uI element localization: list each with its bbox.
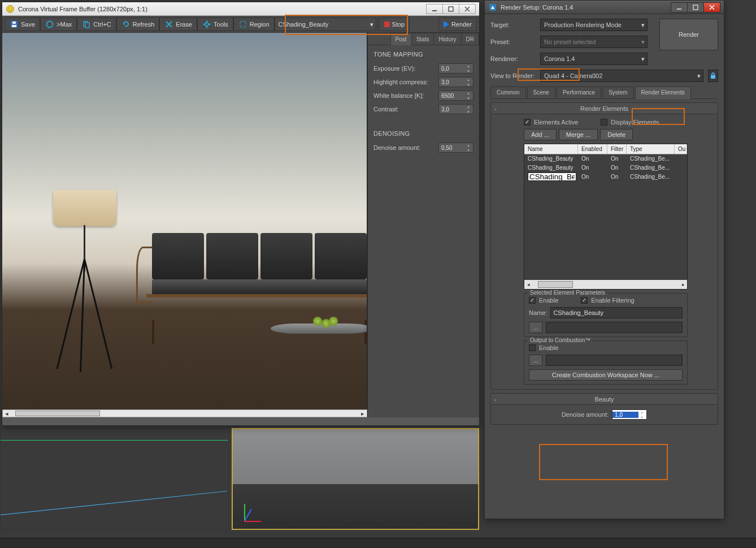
erase-button[interactable]: Erase: [159, 18, 197, 31]
table-hscroll[interactable]: ◂ ▸: [524, 280, 687, 289]
enable-filtering-checkbox[interactable]: Enable Filtering: [581, 297, 634, 304]
svg-point-11: [205, 23, 208, 26]
maximize-button[interactable]: [687, 2, 704, 12]
play-icon: [444, 21, 449, 28]
scroll-right-icon[interactable]: ▸: [679, 281, 687, 288]
render-viewport[interactable]: ◂ ▸: [2, 33, 367, 417]
contrast-input[interactable]: [439, 106, 465, 113]
chevron-down-icon: ▾: [641, 38, 645, 46]
tab-dr[interactable]: DR: [461, 33, 479, 45]
minimize-button[interactable]: [426, 4, 443, 14]
timeline[interactable]: [0, 538, 756, 548]
stop-button[interactable]: Stop: [379, 18, 410, 31]
tab-history[interactable]: History: [433, 33, 461, 45]
exposure-spinner[interactable]: ▲▼: [438, 63, 473, 74]
tab-scene[interactable]: Scene: [527, 87, 555, 99]
close-button[interactable]: [703, 2, 720, 12]
elem-name-input[interactable]: [550, 307, 683, 318]
rollout-beauty: -Beauty Denoise amount: ▲▼: [490, 393, 718, 425]
add-button[interactable]: Add ...: [524, 129, 557, 140]
scroll-left-icon[interactable]: ◂: [524, 281, 532, 288]
elements-active-checkbox[interactable]: Elements Active: [524, 119, 578, 126]
table-row[interactable]: CShading_BeautyOnOnCShading_Be...: [524, 163, 687, 172]
viewport-right-active[interactable]: [232, 428, 479, 530]
render-image: [2, 33, 367, 417]
channel-dropdown[interactable]: CShading_Beauty▾: [275, 18, 376, 31]
table-row[interactable]: CShading_BeautyOnOnCShading_Be...: [524, 154, 687, 163]
combustion-enable-checkbox[interactable]: Enable: [529, 344, 683, 351]
maximize-button[interactable]: [442, 4, 459, 14]
beauty-denoise-input[interactable]: [612, 412, 638, 418]
big-render-button[interactable]: Render: [659, 19, 718, 50]
create-combustion-button[interactable]: Create Combustion Workspace Now ...: [529, 369, 683, 381]
svg-rect-18: [677, 8, 681, 10]
target-select[interactable]: Production Rendering Mode▾: [540, 19, 648, 31]
th-enabled[interactable]: Enabled: [578, 144, 607, 154]
merge-button[interactable]: Merge ...: [559, 129, 598, 140]
refresh-button[interactable]: Refresh: [116, 18, 160, 31]
wb-input[interactable]: [439, 93, 465, 99]
rs-titlebar[interactable]: Render Setup: Corona 1.4: [485, 1, 724, 14]
enable-checkbox[interactable]: Enable: [529, 297, 558, 304]
elem-path-input[interactable]: [546, 322, 683, 333]
contrast-spinner[interactable]: ▲▼: [438, 104, 473, 114]
copy-button[interactable]: Ctrl+C: [77, 18, 116, 31]
tab-common[interactable]: Common: [490, 87, 526, 99]
exposure-input[interactable]: [439, 66, 465, 72]
tab-performance[interactable]: Performance: [557, 87, 601, 99]
tools-button[interactable]: Tools: [197, 18, 233, 31]
render-button[interactable]: Render: [438, 18, 477, 31]
row-name-edit[interactable]: [528, 172, 576, 181]
combustion-browse-button[interactable]: ...: [529, 355, 542, 366]
elements-table[interactable]: Name Enabled Filter Type Ou CShading_Bea…: [524, 144, 688, 290]
up-icon[interactable]: ▲: [465, 63, 472, 68]
scroll-thumb[interactable]: [538, 281, 573, 288]
vfb-title: Corona Virtual Frame Buffer (1280x720px,…: [18, 6, 147, 12]
combustion-path-input[interactable]: [546, 355, 683, 366]
scroll-thumb[interactable]: [15, 411, 100, 416]
save-button[interactable]: Save: [5, 18, 40, 31]
vfb-window: Corona Virtual Frame Buffer (1280x720px,…: [2, 2, 480, 426]
tomax-icon: [45, 20, 54, 29]
tomax-button[interactable]: >Max: [40, 18, 77, 31]
close-button[interactable]: [459, 4, 476, 14]
lock-button[interactable]: [708, 70, 718, 82]
highlight-spinner[interactable]: ▲▼: [438, 77, 473, 87]
delete-button[interactable]: Delete: [600, 129, 633, 140]
th-output[interactable]: Ou: [675, 144, 687, 154]
th-type[interactable]: Type: [627, 144, 675, 154]
minimize-button[interactable]: [671, 2, 688, 12]
scroll-left-icon[interactable]: ◂: [3, 410, 11, 417]
lock-icon: [710, 72, 716, 79]
scroll-right-icon[interactable]: ▸: [359, 410, 367, 417]
renderer-select[interactable]: Corona 1.4▾: [540, 53, 648, 65]
preset-select[interactable]: No preset selected▾: [540, 36, 648, 48]
down-icon[interactable]: ▼: [465, 68, 472, 74]
beauty-denoise-spinner[interactable]: ▲▼: [612, 409, 647, 420]
h-scrollbar[interactable]: ◂ ▸: [2, 409, 367, 417]
denoise-input[interactable]: [439, 145, 465, 151]
stop-label: Stop: [392, 21, 405, 28]
region-button[interactable]: Region: [233, 18, 275, 31]
th-filter[interactable]: Filter: [607, 144, 627, 154]
vfb-side-panel: Post Stats History DR TONE MAPPING Expos…: [367, 33, 479, 417]
tab-system[interactable]: System: [602, 87, 633, 99]
rollout-toggle[interactable]: -: [491, 396, 500, 403]
th-name[interactable]: Name: [524, 144, 578, 154]
table-row[interactable]: OnOnCShading_Be...: [524, 172, 687, 182]
browse-button[interactable]: ...: [529, 322, 542, 333]
renderer-value: Corona 1.4: [544, 55, 575, 62]
output-combustion: Output to Combustion™ Enable ... Create …: [524, 340, 688, 385]
view-select[interactable]: Quad 4 - Camera002▾: [540, 70, 703, 82]
enable-label: Enable: [539, 297, 558, 304]
rollout-toggle[interactable]: -: [491, 105, 500, 112]
svg-rect-16: [240, 21, 246, 27]
tab-post[interactable]: Post: [390, 33, 412, 45]
highlight-input[interactable]: [439, 79, 465, 85]
denoise-spinner[interactable]: ▲▼: [438, 143, 473, 153]
display-elements-checkbox[interactable]: Display Elements: [601, 119, 659, 126]
tab-render-elements[interactable]: Render Elements: [635, 87, 691, 99]
tab-stats[interactable]: Stats: [411, 33, 435, 45]
vfb-titlebar[interactable]: Corona Virtual Frame Buffer (1280x720px,…: [2, 2, 479, 16]
wb-spinner[interactable]: ▲▼: [438, 90, 473, 101]
